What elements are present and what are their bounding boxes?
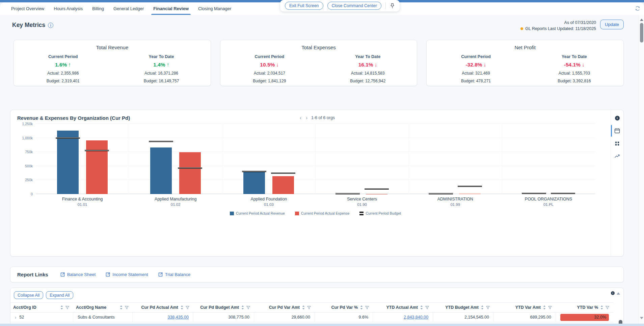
- pin-icon[interactable]: [390, 3, 395, 9]
- calendar-view-icon[interactable]: [611, 127, 623, 135]
- key-metrics-header: Key Metrics i As of 07/31/2020 GL Report…: [12, 20, 624, 36]
- page-scrollbar[interactable]: [639, 15, 644, 324]
- filter-icon[interactable]: [246, 306, 250, 309]
- info-icon[interactable]: i: [48, 23, 53, 28]
- column-header-acct-org-name[interactable]: Acct/Org Name: [73, 305, 133, 310]
- next-page-icon[interactable]: ›: [305, 115, 308, 120]
- column-label: Cur Pd Budget Amt: [200, 305, 239, 310]
- sort-icon[interactable]: [543, 305, 546, 309]
- grid-view-icon[interactable]: [611, 140, 623, 147]
- trend-view-icon[interactable]: [611, 153, 623, 160]
- filter-icon[interactable]: [486, 306, 490, 309]
- current-period-actual: Actual: 321,469: [427, 71, 525, 76]
- table-scroll-up-icon[interactable]: [617, 291, 620, 295]
- report-link-balance-sheet[interactable]: Balance Sheet: [60, 272, 96, 277]
- current-period-column: Current Period 1.6% ↑ Actual: 2,355,986 …: [14, 54, 112, 83]
- revenue-bar[interactable]: [57, 131, 79, 194]
- tab-closing-manager[interactable]: Closing Manager: [198, 2, 231, 15]
- column-header-ytd-budget-amt[interactable]: YTD Budget Amt: [433, 305, 494, 310]
- filter-icon[interactable]: [548, 306, 552, 309]
- current-period-budget: Budget: 1,841,129: [220, 79, 319, 83]
- cell-value: 689,295.00: [530, 315, 551, 320]
- filter-icon[interactable]: [186, 306, 189, 309]
- sort-icon[interactable]: [60, 305, 63, 309]
- chart-pagination: ‹ › 1-6 of 6 orgs: [299, 115, 335, 120]
- column-header-ytd-var-[interactable]: YTD Var %: [556, 305, 613, 310]
- close-command-center-button[interactable]: Close Command Center: [327, 2, 381, 10]
- column-header-cur-pd-budget-amt[interactable]: Cur Pd Budget Amt: [193, 305, 254, 310]
- budget-marker: [178, 167, 202, 169]
- sort-icon[interactable]: [481, 305, 484, 309]
- table-info-icon[interactable]: i: [611, 291, 615, 295]
- expand-all-button[interactable]: Expand All: [46, 291, 73, 299]
- external-link-icon: [60, 272, 65, 277]
- expense-bar[interactable]: [459, 194, 481, 194]
- filter-icon[interactable]: [65, 306, 69, 309]
- chart-group: [409, 124, 502, 194]
- tab-financial-review[interactable]: Financial Review: [153, 2, 189, 15]
- column-label: Cur Pd Actual Amt: [141, 305, 179, 310]
- filter-icon[interactable]: [365, 306, 369, 309]
- current-period-actual: Actual: 2,355,986: [14, 71, 112, 76]
- column-header-cur-pd-var-amt[interactable]: Cur Pd Var Amt: [254, 305, 315, 310]
- sort-icon[interactable]: [181, 305, 183, 309]
- external-link-icon: [158, 272, 163, 277]
- sort-icon[interactable]: [600, 305, 603, 309]
- chart-info-icon[interactable]: i: [611, 115, 623, 121]
- ytd-percent: 1.4% ↑: [112, 62, 210, 68]
- column-label: Acct/Org Name: [76, 305, 106, 310]
- exit-full-screen-button[interactable]: Exit Full Screen: [285, 2, 323, 10]
- table-actions: Collapse All Expand All: [10, 291, 623, 299]
- expand-row-icon[interactable]: ›: [15, 315, 16, 320]
- sync-icon[interactable]: [635, 5, 641, 11]
- column-header-acct-org-id[interactable]: Acct/Org ID: [10, 305, 73, 310]
- category-name: POOL ORGANIZATIONS: [502, 197, 595, 201]
- expense-bar[interactable]: [86, 140, 108, 194]
- revenue-bar[interactable]: [150, 147, 172, 194]
- scrollbar-thumb[interactable]: [640, 23, 643, 43]
- y-axis-tick-label: 500k: [25, 164, 33, 168]
- ytd-percent: -54.1% ↓: [525, 62, 623, 68]
- sort-icon[interactable]: [302, 305, 305, 309]
- filter-icon[interactable]: [307, 306, 311, 309]
- y-axis-tick-label: 250k: [25, 178, 33, 182]
- tab-general-ledger[interactable]: General Ledger: [113, 2, 144, 15]
- revenue-bar[interactable]: [243, 172, 265, 194]
- prev-page-icon[interactable]: ‹: [299, 115, 302, 120]
- ytd-percent: 16.1% ↓: [319, 62, 417, 68]
- tab-hours-analysis[interactable]: Hours Analysis: [54, 2, 83, 15]
- chart-category: Applied Foundation01.03: [222, 197, 315, 207]
- amount-link[interactable]: 2,843,840.00: [404, 315, 428, 320]
- gl-updated-text: GL Reports Last Updated: 11/18/2025: [525, 26, 596, 32]
- filter-icon[interactable]: [425, 306, 429, 309]
- expense-bar[interactable]: [272, 176, 294, 194]
- chart-category-row: Finance & Accounting01.01Applied Manufac…: [36, 197, 595, 207]
- amount-link[interactable]: 338,435.00: [167, 315, 189, 320]
- report-link-income-statement[interactable]: Income Statement: [106, 272, 148, 277]
- column-header-cur-pd-actual-amt[interactable]: Cur Pd Actual Amt: [133, 305, 193, 310]
- tab-billing[interactable]: Billing: [92, 2, 104, 15]
- cell-name: Subs & Consultants: [73, 313, 133, 322]
- update-button[interactable]: Update: [600, 20, 624, 29]
- column-header-cur-pd-var-[interactable]: Cur Pd Var %: [315, 305, 373, 310]
- sort-icon[interactable]: [360, 305, 363, 309]
- scroll-up-icon[interactable]: [640, 17, 643, 21]
- scroll-down-icon[interactable]: [640, 317, 643, 321]
- acct-org-id: 52: [19, 315, 24, 320]
- chart-category: ADMINISTRATION01.99: [409, 197, 502, 207]
- legend-item: Current Period Actual Expense: [295, 211, 350, 215]
- cell-cur_pd_budget: 308,775.00: [193, 313, 254, 322]
- expense-bar[interactable]: [179, 152, 201, 194]
- collapse-all-button[interactable]: Collapse All: [14, 291, 43, 299]
- report-link-trial-balance[interactable]: Trial Balance: [158, 272, 190, 277]
- column-header-ytd-actual-amt[interactable]: YTD Actual Amt: [373, 305, 433, 310]
- filter-icon[interactable]: [606, 306, 609, 309]
- cell-ytd_var: 689,295.00: [494, 313, 556, 322]
- column-header-ytd-var-amt[interactable]: YTD Var Amt: [494, 305, 556, 310]
- filter-icon[interactable]: [125, 306, 129, 309]
- sort-icon[interactable]: [420, 305, 423, 309]
- sort-icon[interactable]: [241, 305, 244, 309]
- sort-icon[interactable]: [120, 305, 123, 309]
- chart-category: Service Centers01.90: [316, 197, 409, 207]
- tab-project-overview[interactable]: Project Overview: [11, 2, 44, 15]
